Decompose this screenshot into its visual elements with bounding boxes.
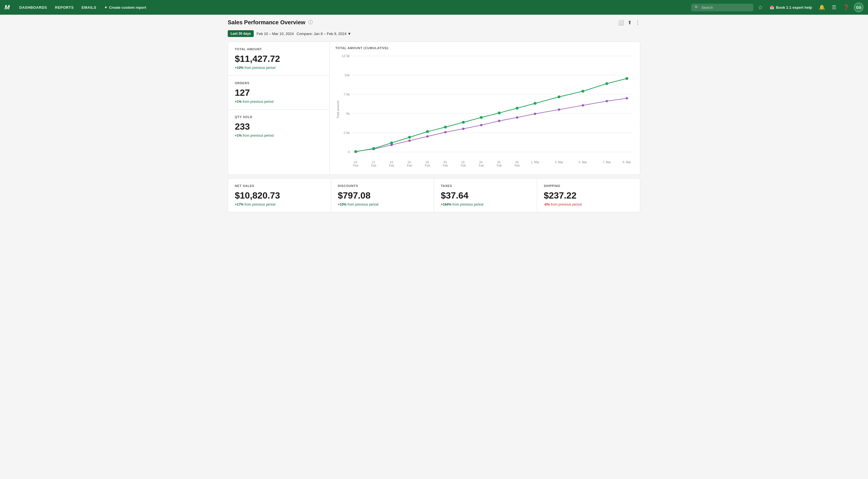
svg-point-45 (480, 124, 482, 126)
more-options-icon[interactable]: ⋮ (635, 20, 640, 26)
discounts-change: +10% from previous period (338, 202, 427, 206)
compare-period-selector[interactable]: Compare: Jan 8 – Feb 9, 2024 ▼ (297, 32, 351, 36)
page-title-row: Sales Performance Overview ⓘ (228, 19, 313, 26)
search-placeholder: Search (701, 5, 713, 10)
svg-point-46 (498, 120, 500, 122)
svg-text:5k: 5k (346, 112, 350, 115)
search-bar[interactable]: 🔍 Search (691, 4, 753, 11)
svg-text:Total amount: Total amount (336, 100, 339, 119)
discounts-value: $797.08 (338, 190, 427, 201)
orders-change: +1% from previous period (235, 100, 323, 104)
nav-dashboards[interactable]: DASHBOARDS (17, 4, 50, 11)
svg-point-42 (426, 135, 429, 137)
date-filter: Last 30 days Feb 10 – Mar 10, 2024 Compa… (228, 30, 640, 37)
svg-point-57 (426, 130, 429, 133)
svg-text:26.: 26. (497, 161, 501, 164)
net-sales-label: NET SALES (235, 184, 324, 188)
main-grid: TOTAL AMOUNT $11,427.72 +10% from previo… (228, 41, 640, 175)
nav-reports[interactable]: REPORTS (52, 4, 76, 11)
page-actions: ⬜ ⬆ ⋮ (618, 20, 640, 26)
qty-sold-label: QTY SOLD (235, 115, 323, 119)
svg-point-53 (354, 150, 358, 153)
create-custom-report-button[interactable]: ✦ Create custom report (101, 4, 149, 11)
taxes-label: TAXES (441, 184, 530, 188)
shipping-label: SHIPPING (544, 184, 633, 188)
svg-text:14.: 14. (390, 161, 394, 164)
svg-point-44 (462, 128, 465, 130)
svg-point-60 (480, 116, 483, 119)
svg-text:Feb: Feb (389, 164, 394, 167)
share-icon[interactable]: ⬆ (627, 20, 632, 26)
date-range-text: Feb 10 – Mar 10, 2024 (256, 32, 294, 36)
shipping-change: -6% from previous period (544, 202, 633, 206)
svg-point-52 (626, 97, 628, 99)
nav-emails[interactable]: EMAILS (79, 4, 99, 11)
svg-text:Feb: Feb (407, 164, 412, 167)
qty-sold-card: QTY SOLD 233 +1% from previous period (228, 109, 330, 143)
book-expert-button[interactable]: 📅 Book 1:1 expert help (767, 4, 814, 11)
total-amount-change: +10% from previous period (235, 66, 323, 70)
chart-title: TOTAL AMOUNT (CUMULATIVE) (335, 46, 634, 50)
page-content: Sales Performance Overview ⓘ ⬜ ⬆ ⋮ Last … (222, 15, 646, 217)
svg-text:Feb: Feb (461, 164, 466, 167)
svg-point-63 (533, 102, 536, 105)
svg-text:16.: 16. (407, 161, 412, 164)
calendar-icon: 📅 (770, 5, 774, 10)
help-icon[interactable]: ❓ (841, 3, 851, 11)
page-title: Sales Performance Overview (228, 19, 305, 26)
svg-text:Feb: Feb (478, 164, 484, 167)
sparkle-icon: ✦ (104, 5, 107, 10)
net-sales-value: $10,820.73 (235, 190, 324, 201)
orders-card: ORDERS 127 +1% from previous period (228, 76, 330, 109)
svg-text:7.5k: 7.5k (344, 93, 350, 96)
bottom-stats-grid: NET SALES $10,820.73 +17% from previous … (228, 178, 640, 213)
svg-text:10k: 10k (344, 73, 350, 77)
svg-text:Feb: Feb (353, 164, 358, 167)
user-avatar[interactable]: GS (854, 3, 864, 12)
shipping-value: $237.22 (544, 190, 633, 201)
svg-point-58 (444, 126, 447, 128)
svg-text:Feb: Feb (371, 164, 376, 167)
shipping-card: SHIPPING $237.22 -6% from previous perio… (537, 179, 640, 212)
metrics-column: TOTAL AMOUNT $11,427.72 +10% from previo… (228, 42, 330, 174)
total-amount-card: TOTAL AMOUNT $11,427.72 +10% from previo… (228, 42, 330, 76)
svg-text:Feb: Feb (515, 164, 520, 167)
taxes-value: $37.64 (441, 190, 530, 201)
svg-text:9. Mar: 9. Mar (623, 161, 631, 164)
svg-text:Feb: Feb (443, 164, 448, 167)
svg-text:Feb: Feb (425, 164, 430, 167)
list-icon[interactable]: ☰ (830, 3, 839, 11)
topnav: M DASHBOARDS REPORTS EMAILS ✦ Create cus… (0, 0, 868, 15)
svg-text:0: 0 (348, 150, 349, 154)
svg-text:1. Mar: 1. Mar (531, 161, 540, 164)
compare-text: Compare: Jan 8 – Feb 9, 2024 (297, 32, 346, 36)
chart-container: 12.5k 10k 7.5k 5k 2.5k 0 Total amount 10… (335, 53, 634, 172)
svg-point-48 (534, 113, 536, 115)
logo[interactable]: M (4, 4, 10, 11)
svg-text:5. Mar: 5. Mar (579, 161, 587, 164)
svg-text:2.5k: 2.5k (344, 131, 350, 134)
svg-point-51 (606, 100, 608, 102)
svg-point-43 (444, 131, 446, 133)
svg-point-54 (372, 147, 375, 150)
svg-text:28.: 28. (515, 161, 519, 164)
svg-point-67 (625, 77, 628, 80)
favorites-icon[interactable]: ☆ (755, 3, 765, 12)
svg-point-50 (582, 104, 584, 106)
info-icon[interactable]: ⓘ (308, 20, 313, 25)
chart-area: TOTAL AMOUNT (CUMULATIVE) 12.5k 10k 7.5k… (330, 42, 640, 174)
date-preset-button[interactable]: Last 30 days (228, 30, 254, 37)
svg-point-47 (516, 116, 518, 119)
svg-point-55 (390, 141, 393, 144)
svg-text:Feb: Feb (497, 164, 502, 167)
svg-text:12.: 12. (372, 161, 376, 164)
orders-label: ORDERS (235, 81, 323, 85)
svg-point-56 (408, 136, 411, 139)
notifications-icon[interactable]: 🔔 (816, 3, 827, 11)
svg-text:12.5k: 12.5k (342, 54, 350, 58)
svg-text:18.: 18. (426, 161, 430, 164)
svg-point-49 (558, 108, 560, 111)
comment-icon[interactable]: ⬜ (618, 20, 624, 26)
svg-text:20.: 20. (443, 161, 447, 164)
svg-point-61 (498, 111, 501, 115)
